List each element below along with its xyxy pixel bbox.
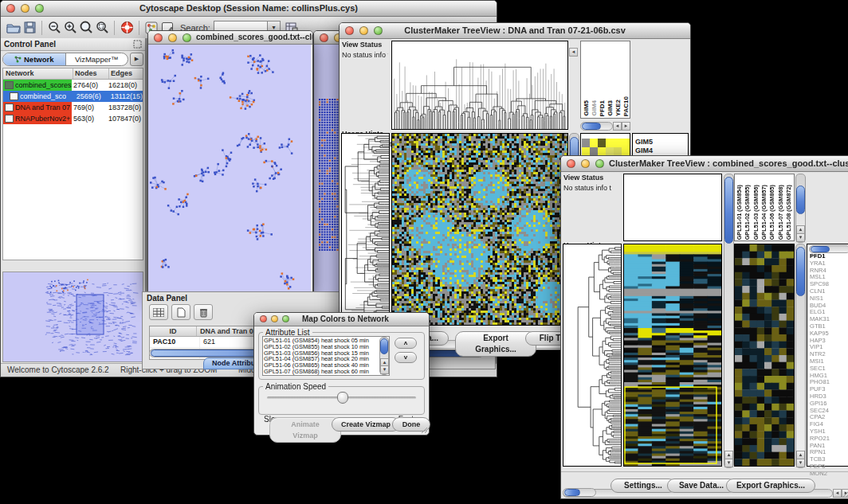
minimize-icon[interactable]	[168, 33, 177, 42]
tv2-heatmap-box[interactable]	[623, 244, 722, 467]
tab-vizmapper[interactable]: VizMapper™	[66, 53, 128, 65]
tv1-column-label[interactable]: YKE2	[614, 100, 622, 116]
tv1-column-label[interactable]: PAC10	[622, 96, 630, 116]
open-folder-icon[interactable]	[6, 20, 22, 36]
export-graphics-button[interactable]: Export Graphics...	[726, 479, 815, 493]
zoom-window-icon[interactable]	[183, 33, 191, 42]
zoom-in-icon[interactable]	[62, 20, 78, 36]
main-title-bar[interactable]: Cytoscape Desktop (Session Name: collins…	[1, 1, 497, 17]
tv2-labels-vscrollbar[interactable]: ▴ ▾	[795, 174, 806, 243]
minimize-icon[interactable]	[271, 315, 278, 322]
resize-grip[interactable]	[420, 426, 428, 434]
zoom-window-icon[interactable]	[35, 4, 44, 13]
move-down-button[interactable]: v	[395, 352, 417, 363]
help-lifering-icon[interactable]	[119, 20, 135, 36]
export-graphics-button[interactable]: Export Graphics...	[455, 331, 536, 357]
attribute-list-item[interactable]: GPL51-07 (GSM868) heat shock 60 min	[264, 369, 380, 375]
tv2-genes-hscrollbar[interactable]	[809, 245, 848, 253]
scroll-right-icon[interactable]: ▸	[622, 122, 630, 131]
move-up-button[interactable]: ʌ	[395, 338, 417, 349]
vscroll-thumb[interactable]	[796, 186, 805, 214]
tv1-heatmap-box[interactable]	[391, 133, 568, 326]
tv1-row-label[interactable]: GIM4	[633, 147, 688, 155]
new-attribute-icon[interactable]	[171, 304, 190, 320]
attribute-listbox[interactable]: GPL51-01 (GSM854) heat shock 05 minGPL51…	[262, 336, 390, 376]
data-col-id[interactable]: ID	[150, 326, 197, 336]
zoom-fit-icon[interactable]	[78, 20, 94, 36]
tv2-column-dendrogram-box[interactable]	[623, 174, 722, 241]
close-icon[interactable]	[6, 4, 15, 13]
tv2-column-label[interactable]: GPL51-06 (GSM865)	[768, 185, 775, 240]
speed-slider-thumb[interactable]	[337, 392, 348, 404]
tv1-column-label[interactable]: PFD1	[599, 100, 606, 116]
scroll-down-icon[interactable]: ▾	[796, 459, 805, 467]
tv1-labels-hscrollbar[interactable]: ◂▸	[580, 122, 630, 130]
tv2-row-dendrogram-box[interactable]	[563, 244, 622, 467]
tv2-column-label[interactable]: GPL51-01 (GSM854)	[736, 185, 743, 240]
scroll-left-icon[interactable]: ◂	[613, 122, 622, 131]
network-canvas[interactable]	[148, 45, 311, 291]
settings-button[interactable]: Settings...	[610, 479, 676, 493]
tv2-heatmap[interactable]	[624, 244, 721, 466]
tv2-zoom-heatmap[interactable]	[735, 244, 794, 466]
zoom-selected-icon[interactable]	[94, 20, 110, 36]
zoom-out-icon[interactable]	[46, 20, 62, 36]
tv2-gene-list[interactable]: PFD1YRA1RNR4MSL1SPC98CLN1NIS1BUD4ELG1MAK…	[807, 244, 848, 467]
close-icon[interactable]	[154, 33, 163, 42]
tv1-column-label[interactable]: GIM5	[583, 100, 590, 116]
attribute-grid-icon[interactable]	[149, 304, 168, 320]
close-icon[interactable]	[567, 159, 575, 168]
scroll-down-icon[interactable]: ▾	[724, 459, 733, 467]
tv1-column-label[interactable]: GIM4	[591, 100, 598, 116]
vscroll-thumb[interactable]	[796, 247, 805, 296]
tv1-column-dendrogram-box[interactable]	[391, 41, 568, 130]
network-row[interactable]: RNAPuberNov2+563(0)107847(0)	[3, 113, 143, 124]
save-icon[interactable]	[22, 20, 37, 36]
network-view-window[interactable]: combined_scores_good.txt--cluste...	[147, 30, 313, 293]
zoom-window-icon[interactable]	[282, 315, 289, 322]
tv1-row-label[interactable]: GIM5	[633, 138, 688, 147]
tv2-vscrollbar[interactable]: ▴ ▾	[724, 174, 734, 468]
tv2-column-label[interactable]: GPL51-03 (GSM856)	[752, 185, 760, 240]
tv1-corner-arrows[interactable]: ◂	[569, 42, 578, 57]
tv2-column-label[interactable]: GPL51-08 (GSM872)	[785, 185, 792, 240]
col-nodes[interactable]: Nodes	[73, 68, 109, 79]
tv1-row-dendrogram[interactable]	[342, 134, 389, 325]
treeview2-title-bar[interactable]: ClusterMaker TreeView : combined_scores_…	[561, 156, 848, 172]
tv1-column-dendrogram[interactable]	[392, 41, 567, 129]
create-vizmap-button[interactable]: Create Vizmap	[332, 417, 400, 432]
overview-canvas[interactable]	[3, 272, 143, 360]
treeview1-title-bar[interactable]: ClusterMaker TreeView : DNA and Tran 07-…	[340, 23, 690, 39]
delete-attribute-icon[interactable]	[194, 304, 213, 320]
tv2-row-dendrogram[interactable]	[563, 244, 621, 466]
network-row[interactable]: combined_scores2764(0)16218(0)	[3, 80, 143, 91]
tv2-column-label[interactable]: GPL51-07 (GSM868)	[777, 185, 784, 240]
network-overview-panel[interactable]	[2, 272, 143, 362]
col-network[interactable]: Network	[3, 68, 73, 79]
network-row[interactable]: DNA and Tran 07769(0)183728(0)	[3, 102, 143, 113]
tv1-column-label[interactable]: GIM3	[607, 100, 614, 116]
close-icon[interactable]	[260, 315, 267, 322]
resize-grip[interactable]	[842, 488, 848, 498]
scroll-down-icon[interactable]: ▾	[796, 233, 805, 242]
network-row[interactable]: combined_sco2569(6)13112(15)	[3, 91, 143, 102]
close-icon[interactable]	[320, 33, 328, 42]
tv1-row-dendrogram-box[interactable]	[341, 133, 390, 326]
tv2-column-label[interactable]: GPL51-04 (GSM857)	[760, 185, 768, 240]
tab-overflow-button[interactable]: ▶	[130, 53, 143, 66]
animate-vizmap-button[interactable]: Animate Vizmap	[269, 417, 341, 443]
zoom-window-icon[interactable]	[374, 26, 383, 35]
dialog-title-bar[interactable]: Map Colors to Network	[254, 313, 429, 326]
minimize-icon[interactable]	[359, 26, 368, 35]
tab-network[interactable]: Network	[3, 53, 66, 65]
tv2-zoom-heatmap-box[interactable]	[734, 244, 795, 467]
network-window-title-bar[interactable]: combined_scores_good.txt--cluste...	[148, 31, 312, 45]
col-edges[interactable]: Edges	[109, 68, 143, 79]
tv2-zoom-vscrollbar[interactable]: ▴ ▾	[795, 244, 806, 468]
scroll-down-icon[interactable]: ▾	[380, 365, 389, 374]
tv1-heatmap[interactable]	[392, 134, 567, 325]
map-colors-dialog[interactable]: Map Colors to Network Attribute List GPL…	[253, 312, 430, 436]
minimize-icon[interactable]	[581, 159, 590, 168]
minimize-icon[interactable]	[21, 4, 29, 13]
close-icon[interactable]	[345, 26, 354, 35]
